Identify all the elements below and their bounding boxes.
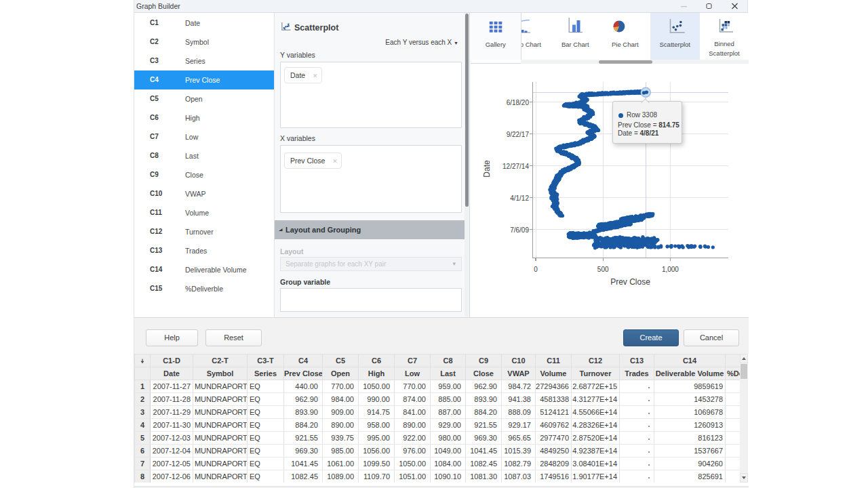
svg-text:4/1/12: 4/1/12 xyxy=(510,195,529,202)
svg-text:0: 0 xyxy=(534,266,538,273)
svg-text:500: 500 xyxy=(597,266,609,273)
svg-text:6/18/20: 6/18/20 xyxy=(507,99,530,106)
svg-text:12/27/14: 12/27/14 xyxy=(502,163,529,170)
svg-text:7/6/09: 7/6/09 xyxy=(510,226,529,234)
svg-text:Prev Close: Prev Close xyxy=(610,277,650,287)
svg-text:Date: Date xyxy=(482,160,492,178)
svg-text:1,000: 1,000 xyxy=(662,266,679,273)
svg-text:9/22/17: 9/22/17 xyxy=(507,131,530,138)
